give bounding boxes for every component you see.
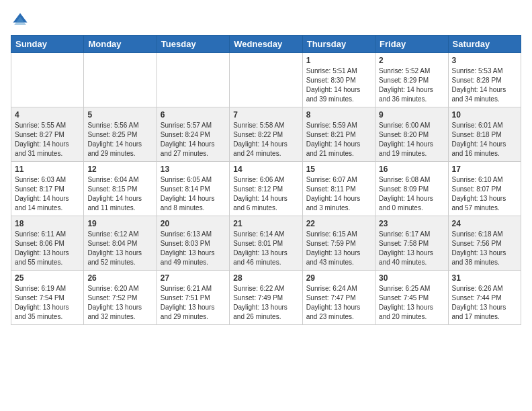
day-info: Sunrise: 6:21 AM Sunset: 7:51 PM Dayligh… (161, 285, 215, 320)
calendar-cell: 15Sunrise: 6:07 AM Sunset: 8:11 PM Dayli… (302, 162, 375, 216)
calendar-cell: 24Sunrise: 6:18 AM Sunset: 7:56 PM Dayli… (448, 216, 521, 271)
calendar-cell: 17Sunrise: 6:10 AM Sunset: 8:07 PM Dayli… (448, 162, 521, 216)
day-info: Sunrise: 6:17 AM Sunset: 7:58 PM Dayligh… (379, 230, 433, 266)
weekday-header-friday: Friday (375, 36, 448, 53)
calendar-cell: 25Sunrise: 6:19 AM Sunset: 7:54 PM Dayli… (11, 271, 84, 325)
day-number: 15 (306, 165, 371, 174)
day-info: Sunrise: 6:07 AM Sunset: 8:11 PM Dayligh… (306, 176, 361, 212)
calendar-week-3: 11Sunrise: 6:03 AM Sunset: 8:17 PM Dayli… (11, 162, 521, 216)
day-number: 31 (452, 273, 517, 283)
calendar-cell: 12Sunrise: 6:04 AM Sunset: 8:15 PM Dayli… (84, 162, 157, 216)
weekday-header-wednesday: Wednesday (230, 36, 302, 53)
day-info: Sunrise: 5:52 AM Sunset: 8:29 PM Dayligh… (379, 67, 433, 103)
day-info: Sunrise: 6:01 AM Sunset: 8:18 PM Dayligh… (452, 122, 506, 157)
day-number: 25 (15, 273, 80, 283)
day-info: Sunrise: 6:11 AM Sunset: 8:06 PM Dayligh… (15, 230, 69, 266)
calendar-cell: 27Sunrise: 6:21 AM Sunset: 7:51 PM Dayli… (157, 271, 229, 325)
day-info: Sunrise: 6:24 AM Sunset: 7:47 PM Dayligh… (306, 285, 361, 320)
page: SundayMondayTuesdayWednesdayThursdayFrid… (0, 0, 532, 336)
day-number: 30 (379, 273, 444, 283)
day-info: Sunrise: 6:10 AM Sunset: 8:07 PM Dayligh… (452, 176, 506, 212)
day-number: 8 (306, 110, 371, 120)
day-number: 4 (15, 110, 80, 120)
calendar-cell: 7Sunrise: 5:58 AM Sunset: 8:22 PM Daylig… (230, 107, 302, 162)
weekday-header-row: SundayMondayTuesdayWednesdayThursdayFrid… (11, 36, 521, 53)
day-number: 1 (306, 56, 371, 65)
day-number: 12 (87, 165, 152, 174)
day-info: Sunrise: 5:53 AM Sunset: 8:28 PM Dayligh… (452, 67, 506, 103)
calendar-cell: 4Sunrise: 5:55 AM Sunset: 8:27 PM Daylig… (11, 107, 84, 162)
calendar-cell: 8Sunrise: 5:59 AM Sunset: 8:21 PM Daylig… (302, 107, 375, 162)
day-number: 16 (379, 165, 444, 174)
calendar-cell: 9Sunrise: 6:00 AM Sunset: 8:20 PM Daylig… (375, 107, 448, 162)
calendar-cell: 6Sunrise: 5:57 AM Sunset: 8:24 PM Daylig… (157, 107, 229, 162)
day-info: Sunrise: 6:18 AM Sunset: 7:56 PM Dayligh… (452, 230, 506, 266)
calendar-week-4: 18Sunrise: 6:11 AM Sunset: 8:06 PM Dayli… (11, 216, 521, 271)
day-number: 18 (15, 219, 80, 228)
calendar-cell: 20Sunrise: 6:13 AM Sunset: 8:03 PM Dayli… (157, 216, 229, 271)
day-info: Sunrise: 6:15 AM Sunset: 7:59 PM Dayligh… (306, 230, 361, 266)
day-number: 27 (161, 273, 226, 283)
logo (11, 7, 31, 30)
calendar-cell: 13Sunrise: 6:05 AM Sunset: 8:14 PM Dayli… (157, 162, 229, 216)
day-info: Sunrise: 6:08 AM Sunset: 8:09 PM Dayligh… (379, 176, 433, 212)
calendar-week-5: 25Sunrise: 6:19 AM Sunset: 7:54 PM Dayli… (11, 271, 521, 325)
calendar-cell: 1Sunrise: 5:51 AM Sunset: 8:30 PM Daylig… (302, 53, 375, 107)
day-number: 10 (452, 110, 517, 120)
day-info: Sunrise: 5:55 AM Sunset: 8:27 PM Dayligh… (15, 122, 69, 157)
weekday-header-tuesday: Tuesday (157, 36, 229, 53)
logo-icon (11, 11, 30, 30)
calendar-cell: 11Sunrise: 6:03 AM Sunset: 8:17 PM Dayli… (11, 162, 84, 216)
day-number: 13 (161, 165, 226, 174)
day-number: 3 (452, 56, 517, 65)
day-info: Sunrise: 5:57 AM Sunset: 8:24 PM Dayligh… (161, 122, 215, 157)
calendar-cell: 2Sunrise: 5:52 AM Sunset: 8:29 PM Daylig… (375, 53, 448, 107)
day-number: 22 (306, 219, 371, 228)
calendar-cell: 16Sunrise: 6:08 AM Sunset: 8:09 PM Dayli… (375, 162, 448, 216)
day-number: 6 (161, 110, 226, 120)
calendar-cell: 22Sunrise: 6:15 AM Sunset: 7:59 PM Dayli… (302, 216, 375, 271)
day-info: Sunrise: 6:22 AM Sunset: 7:49 PM Dayligh… (233, 285, 287, 320)
day-number: 7 (233, 110, 298, 120)
calendar-cell: 10Sunrise: 6:01 AM Sunset: 8:18 PM Dayli… (448, 107, 521, 162)
day-info: Sunrise: 6:14 AM Sunset: 8:01 PM Dayligh… (233, 230, 287, 266)
calendar-week-1: 1Sunrise: 5:51 AM Sunset: 8:30 PM Daylig… (11, 53, 521, 107)
calendar-cell (230, 53, 302, 107)
day-info: Sunrise: 6:13 AM Sunset: 8:03 PM Dayligh… (161, 230, 215, 266)
day-number: 24 (452, 219, 517, 228)
weekday-header-sunday: Sunday (11, 36, 84, 53)
calendar-cell: 26Sunrise: 6:20 AM Sunset: 7:52 PM Dayli… (84, 271, 157, 325)
day-number: 20 (161, 219, 226, 228)
day-info: Sunrise: 6:26 AM Sunset: 7:44 PM Dayligh… (452, 285, 506, 320)
day-info: Sunrise: 5:59 AM Sunset: 8:21 PM Dayligh… (306, 122, 361, 157)
day-info: Sunrise: 6:25 AM Sunset: 7:45 PM Dayligh… (379, 285, 433, 320)
day-info: Sunrise: 5:56 AM Sunset: 8:25 PM Dayligh… (87, 122, 142, 157)
calendar-cell (84, 53, 157, 107)
header (11, 7, 521, 30)
calendar-cell: 3Sunrise: 5:53 AM Sunset: 8:28 PM Daylig… (448, 53, 521, 107)
calendar-cell: 31Sunrise: 6:26 AM Sunset: 7:44 PM Dayli… (448, 271, 521, 325)
day-info: Sunrise: 6:19 AM Sunset: 7:54 PM Dayligh… (15, 285, 69, 320)
day-info: Sunrise: 6:06 AM Sunset: 8:12 PM Dayligh… (233, 176, 287, 212)
day-number: 21 (233, 219, 298, 228)
weekday-header-monday: Monday (84, 36, 157, 53)
day-number: 5 (87, 110, 152, 120)
day-info: Sunrise: 6:05 AM Sunset: 8:14 PM Dayligh… (161, 176, 215, 212)
day-info: Sunrise: 6:12 AM Sunset: 8:04 PM Dayligh… (87, 230, 142, 266)
calendar-cell (157, 53, 229, 107)
weekday-header-thursday: Thursday (302, 36, 375, 53)
calendar-cell: 5Sunrise: 5:56 AM Sunset: 8:25 PM Daylig… (84, 107, 157, 162)
calendar-cell: 18Sunrise: 6:11 AM Sunset: 8:06 PM Dayli… (11, 216, 84, 271)
day-info: Sunrise: 5:58 AM Sunset: 8:22 PM Dayligh… (233, 122, 287, 157)
day-number: 2 (379, 56, 444, 65)
day-number: 17 (452, 165, 517, 174)
day-info: Sunrise: 6:04 AM Sunset: 8:15 PM Dayligh… (87, 176, 142, 212)
calendar-cell: 19Sunrise: 6:12 AM Sunset: 8:04 PM Dayli… (84, 216, 157, 271)
day-number: 23 (379, 219, 444, 228)
calendar-cell: 23Sunrise: 6:17 AM Sunset: 7:58 PM Dayli… (375, 216, 448, 271)
calendar-cell (11, 53, 84, 107)
calendar-cell: 21Sunrise: 6:14 AM Sunset: 8:01 PM Dayli… (230, 216, 302, 271)
day-info: Sunrise: 5:51 AM Sunset: 8:30 PM Dayligh… (306, 67, 361, 103)
day-number: 19 (87, 219, 152, 228)
day-number: 28 (233, 273, 298, 283)
